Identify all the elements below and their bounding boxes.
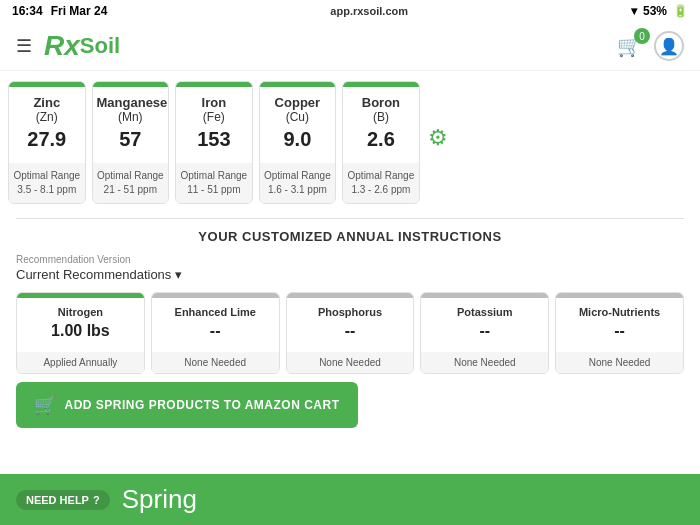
range-label: Optimal Range (97, 169, 165, 183)
status-day: Fri Mar 24 (51, 4, 108, 18)
signal-percent: 53% (643, 4, 667, 18)
status-right: ▾ 53% 🔋 (631, 4, 688, 18)
range-label: Optimal Range (264, 169, 332, 183)
nutrient-value: 9.0 (264, 128, 332, 151)
status-url: app.rxsoil.com (330, 5, 408, 17)
nutrient-range: Optimal Range 1.6 - 3.1 ppm (260, 163, 336, 203)
nutrient-name: Zinc (13, 95, 81, 110)
amazon-cart-button[interactable]: 🛒 ADD SPRING PRODUCTS TO AMAZON CART (16, 382, 358, 428)
nutrient-symbol: (Fe) (180, 110, 248, 124)
range-label: Optimal Range (347, 169, 415, 183)
product-footer: None Needed (421, 352, 548, 373)
wifi-icon: ▾ (631, 4, 637, 18)
product-amount: -- (156, 322, 275, 340)
nutrient-symbol: (Mn) (97, 110, 165, 124)
nutrient-card: Boron (B) 2.6 Optimal Range 1.3 - 2.6 pp… (342, 81, 420, 204)
product-card-body: Micro-Nutrients -- (556, 298, 683, 352)
nutrient-symbol: (B) (347, 110, 415, 124)
status-time: 16:34 (12, 4, 43, 18)
hamburger-icon[interactable]: ☰ (16, 35, 32, 57)
rec-version-label: Recommendation Version (16, 254, 684, 265)
nav-right: 🛒 0 👤 (617, 31, 684, 61)
range-value: 3.5 - 8.1 ppm (13, 183, 81, 197)
rec-version-select[interactable]: Current Recommendations ▾ (16, 267, 684, 282)
product-type: Nitrogen (21, 306, 140, 318)
settings-col: ⚙ (428, 71, 452, 204)
nutrient-cards-section: Zinc (Zn) 27.9 Optimal Range 3.5 - 8.1 p… (0, 71, 700, 204)
amazon-btn-label: ADD SPRING PRODUCTS TO AMAZON CART (65, 398, 340, 412)
question-mark-icon: ? (93, 494, 100, 506)
nutrient-cards: Zinc (Zn) 27.9 Optimal Range 3.5 - 8.1 p… (0, 71, 428, 204)
cart-button[interactable]: 🛒 0 (617, 34, 642, 58)
nutrient-name: Copper (264, 95, 332, 110)
rec-version-value: Current Recommendations (16, 267, 171, 282)
product-card-body: Enhanced Lime -- (152, 298, 279, 352)
range-label: Optimal Range (180, 169, 248, 183)
nutrient-range: Optimal Range 11 - 51 ppm (176, 163, 252, 203)
card-body: Manganese (Mn) 57 (93, 87, 169, 163)
logo: RxSoil (44, 30, 120, 62)
nutrient-range: Optimal Range 1.3 - 2.6 ppm (343, 163, 419, 203)
banner-season: Spring (122, 484, 197, 515)
status-bar: 16:34 Fri Mar 24 app.rxsoil.com ▾ 53% 🔋 (0, 0, 700, 22)
product-card: Enhanced Lime -- None Needed (151, 292, 280, 374)
section-title: YOUR CUSTOMIZED ANNUAL INSTRUCTIONS (16, 229, 684, 244)
product-type: Enhanced Lime (156, 306, 275, 318)
product-amount: -- (291, 322, 410, 340)
product-card: Phosphorus -- None Needed (286, 292, 415, 374)
chevron-down-icon: ▾ (175, 267, 182, 282)
product-card: Micro-Nutrients -- None Needed (555, 292, 684, 374)
divider (16, 218, 684, 219)
product-amount: -- (425, 322, 544, 340)
product-type: Potassium (425, 306, 544, 318)
nutrient-name: Manganese (97, 95, 165, 110)
product-cards: Nitrogen 1.00 lbs Applied Annually Enhan… (16, 292, 684, 374)
range-label: Optimal Range (13, 169, 81, 183)
product-card: Potassium -- None Needed (420, 292, 549, 374)
product-card-body: Potassium -- (421, 298, 548, 352)
nav-left: ☰ RxSoil (16, 30, 120, 62)
product-card-body: Phosphorus -- (287, 298, 414, 352)
nutrient-value: 57 (97, 128, 165, 151)
nav-bar: ☰ RxSoil 🛒 0 👤 (0, 22, 700, 71)
user-icon[interactable]: 👤 (654, 31, 684, 61)
nutrient-value: 153 (180, 128, 248, 151)
product-amount: 1.00 lbs (21, 322, 140, 340)
nutrient-symbol: (Cu) (264, 110, 332, 124)
battery-icon: 🔋 (673, 4, 688, 18)
product-footer: None Needed (287, 352, 414, 373)
product-footer: None Needed (152, 352, 279, 373)
product-type: Phosphorus (291, 306, 410, 318)
need-help-text: NEED HELP (26, 494, 89, 506)
card-body: Copper (Cu) 9.0 (260, 87, 336, 163)
need-help-badge[interactable]: NEED HELP ? (16, 490, 110, 510)
range-value: 1.3 - 2.6 ppm (347, 183, 415, 197)
range-value: 21 - 51 ppm (97, 183, 165, 197)
settings-gear-icon[interactable]: ⚙ (428, 125, 448, 151)
nutrient-symbol: (Zn) (13, 110, 81, 124)
cart-icon: 🛒 (34, 394, 57, 416)
nutrient-name: Iron (180, 95, 248, 110)
nutrient-card: Zinc (Zn) 27.9 Optimal Range 3.5 - 8.1 p… (8, 81, 86, 204)
logo-rx: Rx (44, 30, 80, 62)
nutrient-name: Boron (347, 95, 415, 110)
product-footer: None Needed (556, 352, 683, 373)
range-value: 11 - 51 ppm (180, 183, 248, 197)
nutrient-value: 2.6 (347, 128, 415, 151)
nutrient-card: Copper (Cu) 9.0 Optimal Range 1.6 - 3.1 … (259, 81, 337, 204)
product-amount: -- (560, 322, 679, 340)
range-value: 1.6 - 3.1 ppm (264, 183, 332, 197)
bottom-banner: NEED HELP ? Spring (0, 474, 700, 525)
logo-soil: Soil (80, 33, 120, 59)
product-card: Nitrogen 1.00 lbs Applied Annually (16, 292, 145, 374)
product-card-body: Nitrogen 1.00 lbs (17, 298, 144, 352)
product-footer: Applied Annually (17, 352, 144, 373)
card-body: Zinc (Zn) 27.9 (9, 87, 85, 163)
cart-badge: 0 (634, 28, 650, 44)
status-left: 16:34 Fri Mar 24 (12, 4, 107, 18)
card-body: Boron (B) 2.6 (343, 87, 419, 163)
nutrient-range: Optimal Range 21 - 51 ppm (93, 163, 169, 203)
annual-section: YOUR CUSTOMIZED ANNUAL INSTRUCTIONS Reco… (0, 229, 700, 428)
nutrient-range: Optimal Range 3.5 - 8.1 ppm (9, 163, 85, 203)
product-type: Micro-Nutrients (560, 306, 679, 318)
